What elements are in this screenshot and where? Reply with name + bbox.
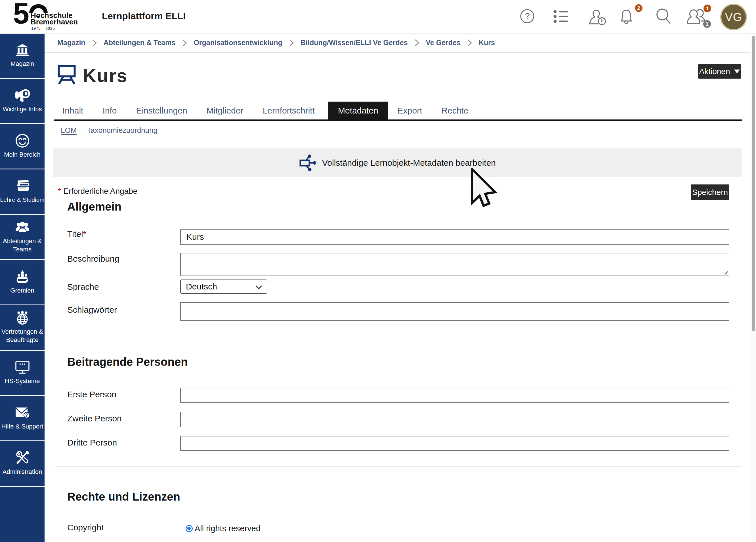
svg-text:?: ? [525,11,530,20]
svg-text:?: ? [25,413,28,418]
